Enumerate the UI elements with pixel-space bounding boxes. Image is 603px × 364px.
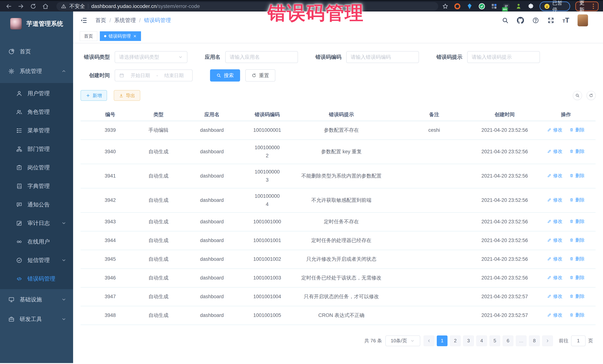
ext-list-icon[interactable]: on [503,3,510,10]
page-button-4[interactable]: 4 [476,335,487,346]
sidebar-item-短信管理[interactable]: 短信管理 [0,251,73,269]
breadcrumb-separator: / [109,17,111,23]
reset-button[interactable]: 重置 [245,69,275,82]
edit-link[interactable]: 修改 [547,196,562,203]
export-button[interactable]: 导出 [114,90,140,101]
chevron-down-icon [178,55,183,59]
delete-link[interactable]: 删除 [569,274,585,281]
sidebar-item-岗位管理[interactable]: 岗位管理 [0,158,73,177]
date-range-picker[interactable]: 开始日期 - 结束日期 [115,69,193,81]
sidebar-item-字典管理[interactable]: 字典管理 [0,177,73,195]
delete-link[interactable]: 删除 [569,236,585,244]
delete-link[interactable]: 删除 [569,126,585,133]
page-button-6[interactable]: 6 [503,335,513,346]
page-jump-input[interactable] [571,335,586,346]
delete-link[interactable]: 删除 [569,172,585,179]
bookmark-star-icon[interactable] [442,3,449,10]
sidebar-item-错误码管理[interactable]: 错误码管理 [0,269,73,288]
sidebar-item-用户管理[interactable]: 用户管理 [0,84,73,103]
font-size-icon[interactable]: TT [563,16,569,24]
pager-ellipsis[interactable]: … [516,335,527,346]
sidebar-item-研发工具[interactable]: 研发工具 [0,310,73,328]
sidebar-item-部门管理[interactable]: 部门管理 [0,140,73,158]
breadcrumb-home[interactable]: 首页 [95,17,106,24]
tab-error-code[interactable]: 错误码管理 [100,31,141,41]
edit-link[interactable]: 修改 [547,255,562,263]
delete-link[interactable]: 删除 [569,292,585,300]
delete-link[interactable]: 删除 [569,311,585,319]
app-name-input[interactable] [225,51,298,63]
sidebar-item-角色管理[interactable]: 角色管理 [0,103,73,121]
chevron-up-icon [61,69,66,74]
page-button-5[interactable]: 5 [489,335,500,346]
extensions-puzzle-icon[interactable] [527,3,534,10]
cell-create-time: 2021-04-20 23:52:57 [473,287,536,306]
sidebar-item-label: 通知公告 [27,201,50,209]
edit-link[interactable]: 修改 [547,292,562,300]
browser-update-button[interactable]: 更新 [575,1,599,11]
sidebar-item-在线用户[interactable]: 在线用户 [0,232,73,251]
paused-extension-badge[interactable]: 已暂停 [540,1,570,11]
forward-icon[interactable] [17,2,25,11]
back-icon[interactable] [4,2,13,11]
sidebar-item-系统管理[interactable]: 系统管理 [0,62,73,80]
browser-menu-icon[interactable] [592,3,595,10]
github-icon[interactable] [517,17,524,24]
sidebar-item-审计日志[interactable]: 审计日志 [0,214,73,232]
tab-close-icon[interactable] [133,34,137,38]
filter-error-code: 错误码编码 [315,51,419,63]
page-button-8[interactable]: 8 [529,335,540,346]
ext-figure-icon[interactable] [515,3,522,10]
fullscreen-icon[interactable] [547,17,554,24]
tab-home[interactable]: 首页 [80,31,97,41]
error-code-input[interactable] [346,51,419,63]
sidebar-fold-icon[interactable] [80,16,88,24]
reload-icon[interactable] [29,2,37,11]
search-icon[interactable] [502,17,509,24]
edit-link[interactable]: 修改 [547,126,562,133]
sidebar-item-通知公告[interactable]: 通知公告 [0,195,73,214]
app-logo-row[interactable]: 芋道管理系统 [0,11,73,36]
error-type-select[interactable]: 请选择错误码类型 [115,51,187,63]
search-button[interactable]: 搜索 [210,69,240,82]
ext-ring-icon[interactable] [454,3,461,10]
delete-link[interactable]: 删除 [569,218,585,225]
next-page-button[interactable] [542,335,553,346]
error-type-placeholder: 请选择错误码类型 [119,54,159,60]
delete-icon [569,313,574,317]
error-msg-input[interactable] [467,51,540,63]
edit-link[interactable]: 修改 [547,274,562,281]
refresh-table-button[interactable] [587,91,596,100]
page-button-1[interactable]: 1 [437,335,448,346]
breadcrumb-system[interactable]: 系统管理 [114,17,136,24]
user-avatar[interactable] [577,14,588,26]
content: 首页 / 系统管理 / 错误码管理 TT 首页 [73,11,603,363]
page-size-select[interactable]: 10条/页 [385,335,420,346]
tab-active-dot [104,35,106,37]
cell-id: 3946 [81,269,140,287]
prev-page-button[interactable] [424,335,434,346]
home-icon[interactable] [41,2,50,11]
sidebar-item-菜单管理[interactable]: 菜单管理 [0,121,73,140]
edit-link[interactable]: 修改 [547,218,562,225]
address-bar[interactable]: 不安全 dashboard.yudao.iocoder.cn/system/er… [56,2,438,11]
edit-link[interactable]: 修改 [547,147,562,155]
ext-grid-icon[interactable] [491,3,498,10]
edit-link[interactable]: 修改 [547,311,562,319]
delete-link[interactable]: 删除 [569,255,585,263]
page-button-2[interactable]: 2 [450,335,461,346]
delete-link[interactable]: 删除 [569,196,585,203]
page-button-3[interactable]: 3 [463,335,474,346]
ext-check-icon[interactable] [478,3,485,10]
delete-link[interactable]: 删除 [569,147,585,155]
toggle-search-button[interactable] [573,91,582,100]
end-date-placeholder: 结束日期 [160,72,188,79]
error-code-table: 编号类型应用名错误码编码错误码提示备注创建时间操作 3939手动编辑dashbo… [81,109,596,325]
ext-pin-icon[interactable] [466,3,473,10]
help-icon[interactable] [532,17,539,24]
add-button[interactable]: 新增 [81,90,107,101]
edit-link[interactable]: 修改 [547,172,562,179]
sidebar-item-基础设施[interactable]: 基础设施 [0,290,73,309]
sidebar-item-首页[interactable]: 首页 [0,42,73,61]
edit-link[interactable]: 修改 [547,236,562,244]
